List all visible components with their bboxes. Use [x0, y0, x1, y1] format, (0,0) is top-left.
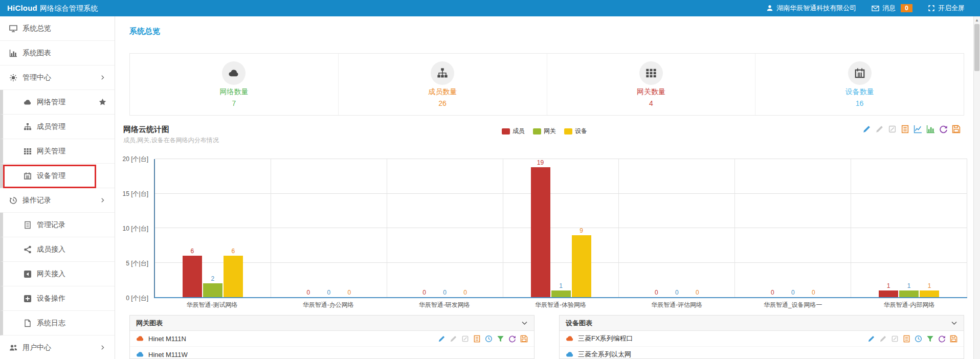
filter-icon[interactable]	[926, 335, 934, 343]
history-icon	[9, 196, 17, 205]
bar-value-label: 0	[655, 289, 658, 296]
scrollbar-thumb[interactable]	[974, 24, 979, 71]
sidebar: 系统总览 系统图表 管理中心 网络管理 成员管理 网关管理 设备管理 操作记录 …	[0, 16, 115, 359]
users-icon	[9, 344, 17, 352]
data-view-icon[interactable]	[901, 125, 909, 133]
bar-value-label: 0	[791, 289, 795, 296]
stat-label: 网络数量	[219, 87, 248, 97]
chevron-down-icon	[951, 320, 957, 326]
sidebar-item-system-charts[interactable]: 系统图表	[0, 41, 115, 65]
company-menu[interactable]: 湖南华辰智通科技有限公司	[766, 4, 856, 13]
chart-column: 000	[735, 159, 851, 297]
chart-legend: 成员 网关 设备	[502, 127, 587, 136]
sidebar-item-gateway-access[interactable]: 网关接入	[0, 262, 115, 286]
data-view-icon[interactable]	[473, 335, 481, 343]
bar-chart-icon[interactable]	[926, 125, 935, 133]
gateway-item-row[interactable]: Hinet M111N	[130, 331, 534, 347]
sidebar-item-device-management[interactable]: 设备管理	[0, 164, 115, 188]
sidebar-item-user-center[interactable]: 用户中心	[0, 335, 115, 359]
messages-button[interactable]: 消息 0	[872, 4, 912, 13]
clear-icon[interactable]	[461, 335, 469, 343]
sidebar-item-management-center[interactable]: 管理中心	[0, 65, 115, 90]
grid-icon	[24, 147, 32, 155]
brand-name: HiCloud	[7, 4, 37, 12]
bar-value-label: 1	[907, 282, 911, 289]
company-name: 湖南华辰智通科技有限公司	[776, 4, 856, 13]
page-title: 系统总览	[129, 27, 160, 36]
bar-value-label: 1	[887, 282, 890, 289]
sidebar-item-label: 系统总览	[23, 24, 51, 33]
bar-value-label: 6	[232, 248, 235, 255]
sidebar-item-label: 用户中心	[23, 343, 51, 352]
sidebar-item-label: 网关接入	[37, 270, 65, 279]
bar-成员	[183, 256, 202, 297]
edit-icon[interactable]	[867, 335, 875, 343]
legend-item-devices[interactable]: 设备	[564, 127, 587, 136]
category-label: 华辰智通-内部网络	[851, 301, 967, 309]
sidebar-item-member-access[interactable]: 成员接入	[0, 237, 115, 262]
time-icon[interactable]	[485, 335, 493, 343]
bar-value-label: 0	[347, 289, 351, 296]
sitemap-icon	[437, 68, 448, 79]
gateway-panel-header[interactable]: 网关图表	[130, 316, 534, 331]
data-view-icon[interactable]	[903, 335, 910, 343]
sidebar-item-network-management[interactable]: 网络管理	[0, 90, 115, 115]
device-item-row[interactable]: 三菱全系列以太网	[560, 347, 964, 359]
sidebar-item-device-operations[interactable]: 设备操作	[0, 286, 115, 311]
edit-icon[interactable]	[438, 335, 446, 343]
bar-value-label: 0	[443, 289, 447, 296]
restore-icon[interactable]	[939, 125, 948, 133]
category-label: 华辰智通-体验网络	[502, 301, 618, 309]
edit-disabled-icon[interactable]	[875, 125, 884, 133]
stat-icon-circle	[848, 61, 872, 85]
sidebar-item-member-management[interactable]: 成员管理	[0, 115, 115, 139]
legend-item-gateways[interactable]: 网关	[533, 127, 556, 136]
save-image-icon[interactable]	[952, 125, 961, 133]
sidebar-item-system-logs[interactable]: 系统日志	[0, 311, 115, 335]
device-model-icon	[566, 334, 574, 343]
edit-disabled-icon[interactable]	[450, 335, 457, 343]
stat-value: 7	[232, 99, 236, 107]
sidebar-item-label: 设备操作	[37, 294, 65, 303]
bar-网关	[203, 283, 222, 297]
edit-icon[interactable]	[862, 125, 871, 133]
sidebar-item-label: 网关管理	[37, 147, 65, 156]
panel-title: 网关图表	[136, 319, 163, 328]
edit-disabled-icon[interactable]	[879, 335, 887, 343]
sidebar-item-operation-records[interactable]: 操作记录	[0, 188, 115, 213]
star-icon[interactable]	[99, 98, 106, 106]
gateway-chart-panel: 网关图表 Hinet M111N Hinet	[129, 315, 534, 359]
restore-icon[interactable]	[938, 335, 946, 343]
filter-icon[interactable]	[497, 335, 504, 343]
time-icon[interactable]	[915, 335, 922, 343]
line-chart-icon[interactable]	[914, 125, 922, 133]
chevron-right-icon	[100, 197, 105, 203]
bar-网关	[899, 290, 919, 298]
sidebar-item-gateway-management[interactable]: 网关管理	[0, 139, 115, 164]
clear-icon[interactable]	[888, 125, 897, 133]
sidebar-item-management-records[interactable]: 管理记录	[0, 213, 115, 237]
row-toolbox	[867, 335, 957, 343]
chart-column: 111	[851, 159, 967, 297]
calendar-icon	[854, 68, 865, 79]
fullscreen-button[interactable]: 开启全屏	[928, 4, 965, 13]
stat-icon-circle	[222, 61, 246, 85]
device-item-row[interactable]: 三菱FX系列编程口	[560, 331, 964, 347]
restore-icon[interactable]	[508, 335, 516, 343]
scroll-up-arrow[interactable]: ▲	[974, 16, 980, 24]
clear-icon[interactable]	[891, 335, 899, 343]
cloud-icon	[24, 98, 32, 106]
save-image-icon[interactable]	[520, 335, 528, 343]
stat-gateway-count: 网关数量 4	[547, 54, 756, 115]
row-toolbox	[438, 335, 528, 343]
save-image-icon[interactable]	[950, 335, 957, 343]
sidebar-item-system-overview[interactable]: 系统总览	[0, 16, 115, 41]
gateway-item-row[interactable]: Hinet M111W	[130, 347, 534, 359]
chart-column: 626	[155, 159, 271, 297]
bar-value-label: 0	[306, 289, 310, 296]
legend-item-members[interactable]: 成员	[502, 127, 525, 136]
device-panel-header[interactable]: 设备图表	[560, 316, 964, 331]
messages-count-badge: 0	[901, 4, 912, 12]
stat-label: 成员数量	[428, 87, 457, 97]
bar-网关	[551, 290, 571, 298]
